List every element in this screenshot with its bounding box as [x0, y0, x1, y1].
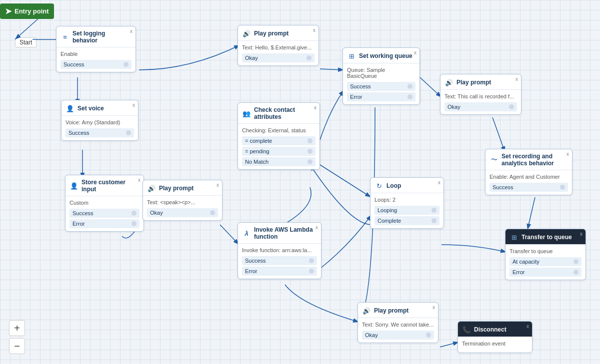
- loop-node[interactable]: ↻ Loop x Loops: 2 Looping Complete: [370, 177, 444, 229]
- set-voice-port-success[interactable]: Success: [66, 128, 134, 137]
- invoke-lambda-success-dot: [309, 258, 314, 263]
- transfer-queue-capacity-dot: [574, 259, 578, 264]
- play-prompt1-close[interactable]: x: [313, 27, 316, 33]
- play-prompt3-title: Play prompt: [456, 79, 491, 86]
- set-voice-body: Voice: Amy (Standard) Success: [62, 116, 138, 140]
- invoke-lambda-error-dot: [309, 269, 314, 274]
- play-prompt4-title: Play prompt: [374, 307, 408, 314]
- loop-looping-dot: [432, 208, 436, 213]
- loop-icon: ↻: [374, 181, 384, 190]
- play2-icon: 🔊: [147, 184, 156, 193]
- set-logging-body: Enable Success: [56, 47, 136, 72]
- check-contact-node[interactable]: 👥 Check contact attributes x Checking: E…: [238, 102, 320, 170]
- invoke-lambda-port-success[interactable]: Success: [242, 256, 317, 265]
- transfer-queue-error-dot: [574, 270, 578, 275]
- play-prompt4-node[interactable]: 🔊 Play prompt x Text: Sorry. We cannot t…: [358, 302, 438, 343]
- transfer-queue-icon: ⊞: [510, 233, 518, 242]
- play-prompt3-close[interactable]: x: [516, 76, 518, 82]
- check-contact-complete-label: = complete: [245, 138, 272, 144]
- play-prompt3-node[interactable]: 🔊 Play prompt x Text: This call is recor…: [440, 74, 522, 115]
- disconnect-desc: Termination event: [462, 340, 528, 348]
- transfer-queue-port-error[interactable]: Error: [510, 268, 582, 277]
- set-working-queue-success-dot: [408, 84, 412, 89]
- set-working-queue-port-error[interactable]: Error: [347, 92, 416, 101]
- play-prompt3-header: 🔊 Play prompt x: [440, 74, 521, 90]
- set-recording-node[interactable]: 〜 Set recording and analytics behavior x…: [485, 149, 572, 195]
- transfer-queue-title: Transfer to queue: [522, 234, 572, 241]
- play-prompt3-port-okay[interactable]: Okay: [444, 102, 517, 111]
- play-prompt4-close[interactable]: x: [432, 305, 435, 310]
- set-working-queue-header: ⊞ Set working queue x: [343, 48, 420, 63]
- play-prompt3-body: Text: This call is recorded f... Okay: [440, 90, 521, 114]
- invoke-lambda-body: Invoke function: arn:aws:la... Success E…: [238, 244, 321, 279]
- loop-port-complete[interactable]: Complete: [374, 216, 440, 225]
- transfer-queue-body: Transfer to queue At capacity Error: [506, 245, 586, 280]
- invoke-lambda-error-label: Error: [245, 268, 257, 274]
- invoke-lambda-node[interactable]: λ Invoke AWS Lambda function x Invoke fu…: [238, 222, 322, 279]
- store-input-node[interactable]: 👤 Store customer input x Custom Success …: [65, 175, 144, 232]
- play-prompt4-okay-label: Okay: [365, 332, 378, 338]
- set-voice-close[interactable]: x: [132, 102, 135, 108]
- invoke-lambda-title: Invoke AWS Lambda function: [254, 226, 317, 241]
- zoom-out-button[interactable]: −: [9, 338, 25, 354]
- set-voice-success-label: Success: [68, 130, 90, 136]
- transfer-queue-port-capacity[interactable]: At capacity: [510, 257, 582, 266]
- play-prompt4-port-okay[interactable]: Okay: [362, 331, 434, 340]
- store-input-close[interactable]: x: [138, 177, 140, 183]
- check-contact-port-nomatch[interactable]: No Match: [242, 157, 316, 166]
- entry-point-node[interactable]: ➤ Entry point: [0, 3, 54, 19]
- set-logging-desc: Enable: [60, 50, 132, 58]
- recording-icon: 〜: [490, 155, 498, 164]
- play1-icon: 🔊: [242, 29, 251, 38]
- set-working-queue-body: Queue: Sample BasicQueue Success Error: [343, 63, 420, 104]
- invoke-lambda-close[interactable]: x: [316, 225, 318, 230]
- play-prompt2-node[interactable]: 🔊 Play prompt x Text: <speak><p>... Okay: [142, 180, 222, 221]
- disconnect-node[interactable]: 📞 Disconnect x Termination event: [458, 321, 532, 353]
- invoke-lambda-port-error[interactable]: Error: [242, 267, 317, 276]
- play-prompt1-node[interactable]: 🔊 Play prompt x Text: Hello, $.External.…: [238, 25, 319, 66]
- set-working-queue-error-label: Error: [350, 94, 362, 100]
- play-prompt1-port-okay[interactable]: Okay: [242, 53, 314, 62]
- play-prompt3-okay-label: Okay: [448, 104, 460, 110]
- check-contact-header: 👥 Check contact attributes x: [238, 103, 320, 124]
- store-input-error-dot: [132, 221, 136, 226]
- invoke-lambda-desc: Invoke function: arn:aws:la...: [242, 246, 317, 254]
- set-logging-title: Set logging behavior: [72, 30, 132, 44]
- set-logging-node[interactable]: ≡ Set logging behavior x Enable Success: [56, 26, 136, 72]
- loop-looping-label: Looping: [378, 207, 397, 213]
- transfer-queue-node[interactable]: ⊞ Transfer to queue x Transfer to queue …: [505, 229, 586, 280]
- transfer-queue-close[interactable]: x: [580, 231, 582, 237]
- check-contact-pending-label: = pending: [245, 148, 270, 154]
- play-prompt1-title: Play prompt: [254, 30, 288, 37]
- play-prompt3-okay-dot: [509, 104, 514, 109]
- set-working-queue-node[interactable]: ⊞ Set working queue x Queue: Sample Basi…: [342, 47, 420, 105]
- set-recording-success-label: Success: [492, 184, 514, 190]
- disconnect-close[interactable]: x: [526, 324, 529, 329]
- set-voice-node[interactable]: 👤 Set voice x Voice: Amy (Standard) Succ…: [61, 100, 138, 141]
- set-recording-desc: Enable: Agent and Customer: [490, 173, 568, 181]
- check-contact-port-complete[interactable]: = complete: [242, 136, 316, 145]
- check-contact-port-pending[interactable]: = pending: [242, 147, 316, 156]
- set-logging-close[interactable]: x: [130, 28, 132, 34]
- play-prompt1-body: Text: Hello, $.External.give... Okay: [238, 41, 318, 65]
- loop-header: ↻ Loop x: [370, 178, 444, 193]
- play-prompt2-port-okay[interactable]: Okay: [147, 208, 218, 217]
- set-working-queue-port-success[interactable]: Success: [347, 82, 416, 91]
- loop-port-looping[interactable]: Looping: [374, 206, 440, 215]
- set-recording-port-success[interactable]: Success: [490, 183, 568, 192]
- store-input-port-error[interactable]: Error: [70, 219, 140, 228]
- transfer-queue-error-label: Error: [512, 269, 524, 275]
- entry-point-icon: ➤: [5, 6, 12, 16]
- loop-close[interactable]: x: [438, 180, 440, 185]
- set-logging-port-success[interactable]: Success: [60, 60, 132, 69]
- check-contact-close[interactable]: x: [314, 105, 316, 110]
- play-prompt2-close[interactable]: x: [216, 182, 219, 188]
- set-recording-close[interactable]: x: [566, 151, 569, 157]
- start-label: Start: [15, 37, 36, 47]
- set-working-queue-close[interactable]: x: [414, 50, 416, 55]
- zoom-in-button[interactable]: +: [9, 320, 25, 336]
- set-recording-success-dot: [560, 185, 565, 190]
- entry-point-label: Entry point: [14, 7, 49, 15]
- store-input-port-success[interactable]: Success: [70, 209, 140, 218]
- check-contact-nomatch-label: No Match: [245, 159, 268, 165]
